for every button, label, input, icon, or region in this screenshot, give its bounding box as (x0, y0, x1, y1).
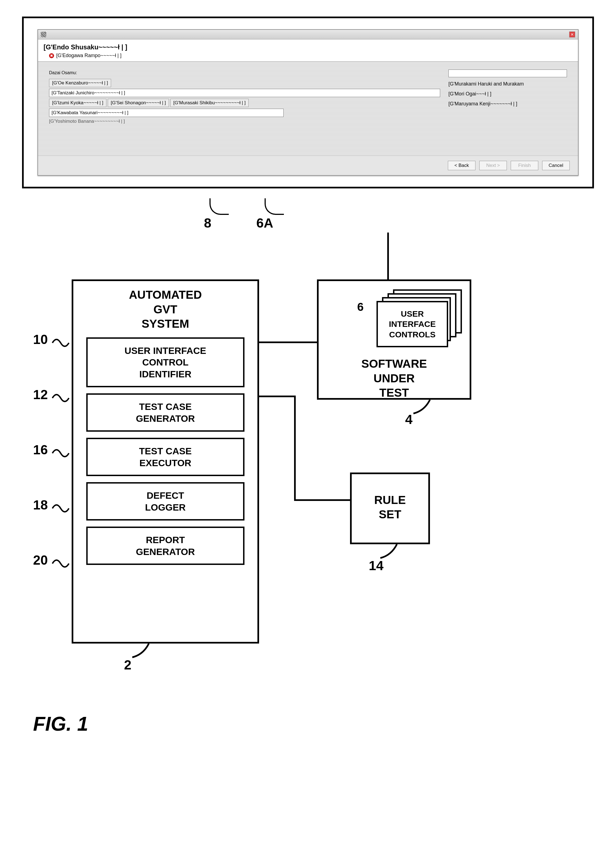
dialog-footer: < Back Next > Finish Cancel (38, 156, 578, 175)
dialog-window: ✕ [G'Endo Shusaku~~~~~ł | ] ✖ [G'Edogawa… (38, 29, 578, 176)
btn-oe[interactable]: [G'Oe Kenzaburo~~~~~ł | ] (49, 79, 111, 87)
ref-10: 10 (33, 332, 48, 347)
rule-set-title: RULE SET (371, 493, 409, 524)
ui-control-identifier: USER INTERFACE CONTROL IDENTIFIER (86, 337, 245, 388)
dialog-header: [G'Endo Shusaku~~~~~ł | ] ✖ [G'Edogawa R… (38, 40, 578, 62)
sut-title: SOFTWARE UNDER TEST (358, 350, 430, 402)
report-generator: REPORT GENERATOR (86, 527, 245, 565)
ref-20: 20 (33, 553, 48, 568)
ref-6a: 6A (256, 215, 273, 231)
figure-label: FIG. 1 (33, 712, 594, 735)
btn-izumi[interactable]: [G'Izumi Kyoka~~~~~ł | ] (49, 99, 106, 107)
ref-14: 14 (369, 558, 383, 573)
ui-controls-stack: USER INTERFACE CONTROLS (377, 289, 465, 344)
text-input-blank[interactable] (449, 69, 567, 77)
error-icon: ✖ (49, 53, 54, 58)
label-maruyama: [G'Maruyama Kenji~~~~~~~ł | ] (449, 101, 517, 106)
dialog-body: Dazai Osamu: [G'Oe Kenzaburo~~~~~ł | ] [… (38, 62, 578, 156)
title-bar: ✕ (38, 30, 578, 40)
ref-16: 16 (33, 442, 48, 458)
screenshot-frame: ✕ [G'Endo Shusaku~~~~~ł | ] ✖ [G'Edogawa… (22, 16, 594, 188)
field-label: Dazai Osamu: (49, 70, 440, 75)
gvt-title: AUTOMATED GVT SYSTEM (126, 281, 205, 334)
finish-button[interactable]: Finish (511, 161, 538, 170)
field-kawabata[interactable]: [G'Kawabata Yasunari~~~~~~~~~ł | ] (49, 109, 284, 117)
ref-2: 2 (124, 657, 132, 672)
ref-6: 6 (357, 300, 364, 313)
dialog-subtitle: [G'Edogawa Rampo~~~~~ł | ] (56, 53, 122, 59)
next-button[interactable]: Next > (479, 161, 507, 170)
ref-12: 12 (33, 387, 48, 402)
ui-controls-box: USER INTERFACE CONTROLS (377, 301, 448, 347)
dialog-title: [G'Endo Shusaku~~~~~ł | ] (44, 43, 572, 51)
ref-8: 8 (204, 215, 211, 231)
field-tanizaki[interactable]: [G'Tanizaki Junichiro~~~~~~~~~ł | ] (49, 89, 440, 97)
block-diagram: AUTOMATED GVT SYSTEM USER INTERFACE CONT… (22, 232, 594, 702)
btn-sei[interactable]: [G'Sei Shonagon~~~~~ł | ] (108, 99, 169, 107)
rule-set: RULE SET (350, 472, 430, 544)
label-mori: [G'Mori Ogai~~~ł | ] (449, 91, 491, 97)
ref-18: 18 (33, 497, 48, 512)
frame-callouts: 8 6A (22, 199, 594, 232)
test-case-generator: TEST CASE GENERATOR (86, 393, 245, 432)
cancel-button[interactable]: Cancel (542, 161, 570, 170)
test-case-executor: TEST CASE EXECUTOR (86, 438, 245, 476)
btn-murasaki[interactable]: [G'Murasaki Shikibu~~~~~~~~~ł | ] (170, 99, 249, 107)
app-icon (41, 32, 46, 37)
label-murakami: [G'Murakami Haruki and Murakam (449, 81, 524, 87)
back-button[interactable]: < Back (448, 161, 475, 170)
close-icon[interactable]: ✕ (569, 31, 575, 38)
ref-4: 4 (405, 412, 413, 427)
automated-gvt-system: AUTOMATED GVT SYSTEM USER INTERFACE CONT… (72, 280, 259, 643)
defect-logger: DEFECT LOGGER (86, 482, 245, 521)
label-yoshimoto: [G'Yoshimoto Banana~~~~~~~~~ł | ] (49, 119, 567, 124)
software-under-test: USER INTERFACE CONTROLS 6 SOFTWARE UNDER… (317, 280, 471, 400)
